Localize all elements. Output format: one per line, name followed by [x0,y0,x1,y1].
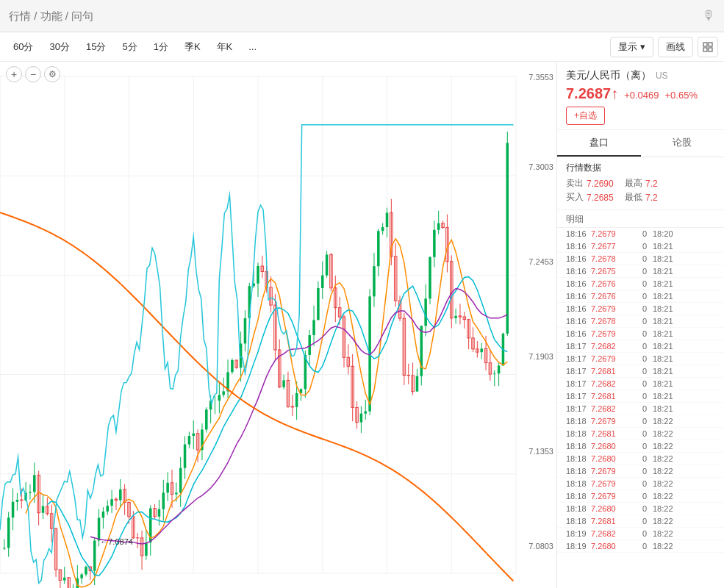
timeframe-15m[interactable]: 15分 [79,37,113,57]
trade-vol: 0 [629,429,647,438]
trade-vol: 0 [629,479,647,488]
search-input[interactable] [9,10,702,22]
zoom-out-button[interactable]: − [25,66,41,82]
trade-time2: 18:22 [653,454,673,463]
trade-time2: 18:22 [653,517,673,526]
toolbar: 60分 30分 15分 5分 1分 季K 年K ... 显示 ▾ 画线 [0,32,724,62]
trade-row[interactable]: 18:16 7.2675 0 18:21 [557,265,724,278]
trade-time: 18:18 [566,467,591,476]
trade-time: 18:18 [566,454,591,463]
trade-time2: 18:21 [653,367,673,376]
price-chart[interactable] [0,62,556,588]
trade-row[interactable]: 18:17 7.2682 0 18:21 [557,403,724,415]
buy-label: 买入 [566,191,587,204]
trade-price: 7.2682 [591,342,629,351]
trade-time: 18:18 [566,517,591,526]
trade-row[interactable]: 18:19 7.2682 0 18:22 [557,528,724,540]
trade-time2: 18:21 [653,379,673,388]
search-bar: 🎙 [0,0,724,32]
grid-button[interactable] [698,37,718,57]
trade-row[interactable]: 18:18 7.2680 0 18:22 [557,453,724,465]
trade-row[interactable]: 18:17 7.2681 0 18:21 [557,390,724,403]
trade-vol: 0 [629,454,647,463]
trade-row[interactable]: 18:16 7.2677 0 18:21 [557,240,724,253]
trade-time: 18:18 [566,504,591,513]
trade-row[interactable]: 18:18 7.2679 0 18:22 [557,465,724,478]
trade-time2: 18:22 [653,492,673,501]
trade-vol: 0 [629,379,647,388]
trade-row[interactable]: 18:18 7.2679 0 18:22 [557,490,724,503]
trade-row[interactable]: 18:17 7.2681 0 18:21 [557,365,724,378]
sell-value: 7.2690 [587,179,625,189]
zoom-in-button[interactable]: + [6,66,22,82]
trade-price: 7.2679 [591,329,629,338]
trade-price: 7.2682 [591,529,629,538]
panel-tabs: 盘口 论股 [557,130,724,157]
trade-time: 18:17 [566,367,591,376]
chevron-down-icon: ▾ [640,41,645,52]
price-annotation: ←7.0874 [100,537,133,546]
trade-row[interactable]: 18:16 7.2676 0 18:21 [557,290,724,303]
display-button[interactable]: 显示 ▾ [610,37,653,57]
trade-row[interactable]: 18:18 7.2679 0 18:22 [557,415,724,428]
trade-row[interactable]: 18:16 7.2678 0 18:21 [557,253,724,265]
trade-time2: 18:21 [653,279,673,288]
trade-time2: 18:21 [653,267,673,276]
chart-settings-button[interactable]: ⚙ [44,66,60,82]
trade-time: 18:16 [566,229,591,238]
right-panel: 美元/人民币（离） US 7.2687↑ +0.0469 +0.65% +自选 … [556,62,724,588]
trade-price: 7.2680 [591,454,629,463]
watchlist-button[interactable]: +自选 [566,107,605,125]
trade-row[interactable]: 18:18 7.2679 0 18:22 [557,478,724,490]
tab-pankou[interactable]: 盘口 [557,130,641,157]
trade-price: 7.2680 [591,442,629,451]
trade-vol: 0 [629,542,647,551]
trade-row[interactable]: 18:18 7.2680 0 18:22 [557,503,724,515]
timeframe-5m[interactable]: 5分 [115,37,144,57]
draw-button[interactable]: 画线 [658,37,693,57]
low-value: 7.2 [645,193,658,203]
trade-row[interactable]: 18:19 7.2680 0 18:22 [557,540,724,553]
trade-row[interactable]: 18:16 7.2679 0 18:20 [557,228,724,240]
stock-header: 美元/人民币（离） US 7.2687↑ +0.0469 +0.65% +自选 [557,62,724,130]
stock-change-abs: +0.0469 [624,90,659,101]
trade-price: 7.2676 [591,279,629,288]
trade-row[interactable]: 18:18 7.2680 0 18:22 [557,440,724,453]
trade-time: 18:18 [566,492,591,501]
trade-time2: 18:22 [653,429,673,438]
trade-time2: 18:22 [653,467,673,476]
trade-price: 7.2679 [591,467,629,476]
trade-row[interactable]: 18:17 7.2682 0 18:21 [557,340,724,353]
trade-time2: 18:21 [653,242,673,251]
trade-vol: 0 [629,404,647,413]
trade-row[interactable]: 18:18 7.2681 0 18:22 [557,428,724,440]
timeframe-30m[interactable]: 30分 [42,37,76,57]
trade-row[interactable]: 18:17 7.2679 0 18:21 [557,353,724,365]
trade-time2: 18:21 [653,329,673,338]
tab-lungu[interactable]: 论股 [641,130,725,157]
timeframe-60m[interactable]: 60分 [6,37,40,57]
trade-vol: 0 [629,417,647,426]
trade-row[interactable]: 18:17 7.2682 0 18:21 [557,378,724,390]
trade-row[interactable]: 18:16 7.2679 0 18:21 [557,303,724,315]
trade-price: 7.2680 [591,542,629,551]
timeframe-qk[interactable]: 季K [177,37,208,57]
watchlist-label: +自选 [574,110,597,122]
timeframe-yk[interactable]: 年K [209,37,240,57]
trade-vol: 0 [629,492,647,501]
trade-time2: 18:22 [653,504,673,513]
more-timeframes[interactable]: ... [241,38,264,55]
trade-vol: 0 [629,292,647,301]
stock-code: US [656,71,668,81]
timeframe-1m[interactable]: 1分 [146,37,176,57]
trade-row[interactable]: 18:16 7.2676 0 18:21 [557,278,724,290]
trade-row[interactable]: 18:16 7.2678 0 18:21 [557,315,724,328]
trade-price: 7.2676 [591,292,629,301]
trade-price: 7.2679 [591,304,629,313]
trade-list[interactable]: 18:16 7.2679 0 18:20 18:16 7.2677 0 18:2… [557,228,724,588]
trade-row[interactable]: 18:16 7.2679 0 18:21 [557,328,724,340]
trade-price: 7.2679 [591,354,629,363]
trade-price: 7.2679 [591,417,629,426]
trade-row[interactable]: 18:18 7.2681 0 18:22 [557,515,724,528]
stock-price: 7.2687↑ [566,85,618,102]
